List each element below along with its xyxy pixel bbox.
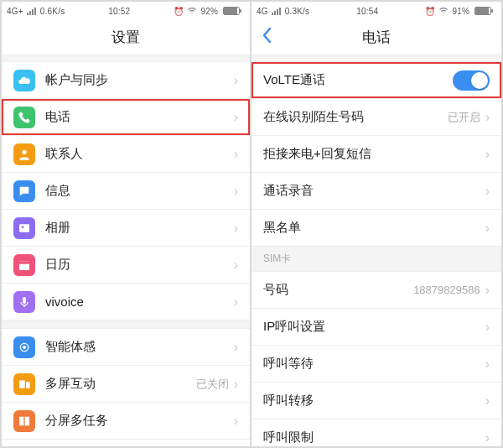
item-label: 通话录音	[263, 183, 485, 199]
chevron-right-icon: ›	[485, 184, 490, 199]
settings-item-contacts[interactable]: 联系人›	[2, 136, 250, 173]
nav-bar: 设置	[2, 20, 250, 54]
contacts-icon	[13, 143, 35, 165]
settings-item-one-hand[interactable]: 单手操作›	[2, 440, 250, 446]
svg-rect-11	[25, 416, 29, 425]
item-label: IP呼叫设置	[263, 319, 485, 335]
item-label: 帐户与同步	[45, 72, 234, 88]
phone-icon	[13, 107, 35, 128]
svg-rect-5	[23, 297, 26, 304]
chevron-right-icon: ›	[234, 294, 238, 310]
item-label: 呼叫转移	[263, 393, 485, 409]
settings-item-phone[interactable]: 电话›	[2, 99, 250, 136]
item-label: 呼叫限制	[263, 430, 485, 445]
settings-item-smart-sensor[interactable]: 智能体感›	[2, 329, 250, 366]
chevron-right-icon: ›	[485, 147, 490, 162]
settings-item-messages[interactable]: 信息›	[2, 173, 250, 210]
item-label: 相册	[45, 220, 234, 236]
section-gap	[2, 320, 250, 329]
settings-item-vivoice[interactable]: vivoice›	[2, 284, 250, 320]
status-bar: 4G 0.3K/s 10:54 ⏰ 91%	[252, 2, 501, 20]
message-icon	[13, 180, 35, 202]
chevron-right-icon: ›	[234, 258, 238, 273]
split-icon	[13, 410, 35, 432]
phone-item-call-record[interactable]: 通话录音›	[252, 173, 501, 210]
cloud-icon	[13, 70, 35, 91]
item-label: 在线识别陌生号码	[263, 109, 448, 125]
phone-settings-screen: 4G 0.3K/s 10:54 ⏰ 91% 电话 VoLTE通话在线识别陌生号码…	[252, 2, 501, 446]
wifi-icon	[187, 6, 197, 16]
network-label: 4G+	[7, 7, 23, 16]
section-gap	[2, 54, 250, 62]
network-label: 4G	[257, 7, 268, 16]
item-label: 黑名单	[263, 220, 485, 236]
settings-item-accounts-sync[interactable]: 帐户与同步›	[2, 62, 250, 99]
battery-icon	[474, 7, 491, 15]
settings-item-split-screen[interactable]: 分屏多任务›	[2, 403, 250, 440]
clock: 10:52	[108, 7, 130, 16]
chevron-right-icon: ›	[234, 377, 238, 392]
alarm-icon: ⏰	[425, 7, 435, 16]
page-title: 电话	[362, 28, 391, 47]
clock: 10:54	[356, 7, 378, 16]
chevron-right-icon: ›	[234, 110, 238, 125]
item-label: 信息	[45, 183, 234, 199]
settings-item-multi-screen[interactable]: 多屏互动已关闭›	[2, 366, 250, 403]
svg-rect-4	[19, 261, 29, 263]
chevron-right-icon: ›	[234, 221, 238, 236]
mic-icon	[13, 291, 35, 313]
phone-item-unknown-id[interactable]: 在线识别陌生号码已开启›	[252, 99, 501, 136]
chevron-right-icon: ›	[485, 283, 490, 298]
phone-item-call-waiting[interactable]: 呼叫等待›	[252, 346, 501, 383]
signal-icon	[272, 8, 282, 15]
phone-item-blacklist[interactable]: 黑名单›	[252, 210, 501, 247]
wifi-icon	[438, 6, 449, 16]
chevron-right-icon: ›	[485, 357, 490, 372]
phone-item-number[interactable]: 号码18879829586›	[252, 272, 501, 309]
item-value: 18879829586	[413, 284, 480, 296]
chevron-right-icon: ›	[234, 73, 238, 88]
phone-settings-list[interactable]: VoLTE通话在线识别陌生号码已开启›拒接来电+回复短信›通话录音›黑名单› S…	[252, 54, 501, 446]
phone-item-volte[interactable]: VoLTE通话	[252, 62, 501, 99]
settings-screen: 4G+ 0.6K/s 10:52 ⏰ 92% 设置 帐户与同步›电话›联系人›信…	[2, 2, 252, 446]
battery-icon	[223, 7, 240, 15]
alarm-icon: ⏰	[174, 7, 184, 16]
phone-item-call-forward[interactable]: 呼叫转移›	[252, 383, 501, 419]
item-label: 呼叫等待	[263, 356, 485, 372]
item-value: 已开启	[448, 110, 480, 125]
speed-label: 0.3K/s	[285, 7, 310, 16]
item-label: 多屏互动	[45, 376, 196, 392]
chevron-right-icon: ›	[485, 110, 490, 125]
svg-point-6	[23, 346, 26, 349]
toggle-switch[interactable]	[453, 70, 490, 91]
svg-rect-8	[19, 380, 25, 388]
battery-label: 91%	[452, 7, 469, 16]
settings-list[interactable]: 帐户与同步›电话›联系人›信息›相册›日历›vivoice› 智能体感›多屏互动…	[2, 54, 250, 446]
gallery-icon	[13, 217, 35, 239]
status-bar: 4G+ 0.6K/s 10:52 ⏰ 92%	[2, 2, 250, 20]
svg-point-2	[22, 226, 24, 228]
chevron-right-icon: ›	[234, 147, 238, 162]
battery-label: 92%	[200, 7, 218, 16]
svg-rect-10	[19, 416, 23, 425]
item-label: VoLTE通话	[263, 72, 453, 88]
chevron-right-icon: ›	[485, 221, 490, 236]
phone-item-call-limit[interactable]: 呼叫限制›	[252, 419, 501, 446]
speed-label: 0.6K/s	[40, 7, 65, 16]
phone-item-ip-call[interactable]: IP呼叫设置›	[252, 309, 501, 346]
section-header-sim: SIM卡	[252, 247, 501, 272]
settings-item-calendar[interactable]: 日历›	[2, 247, 250, 284]
item-label: vivoice	[45, 294, 234, 309]
settings-item-gallery[interactable]: 相册›	[2, 210, 250, 247]
page-title: 设置	[111, 28, 140, 47]
signal-icon	[27, 8, 37, 15]
sensor-icon	[13, 336, 35, 358]
item-label: 电话	[45, 109, 234, 125]
phone-item-reject-sms[interactable]: 拒接来电+回复短信›	[252, 136, 501, 173]
item-label: 联系人	[45, 146, 234, 162]
back-button[interactable]	[262, 27, 272, 47]
item-value: 已关闭	[196, 377, 229, 392]
item-label: 日历	[45, 257, 234, 273]
item-label: 号码	[263, 282, 413, 298]
chevron-right-icon: ›	[234, 340, 238, 355]
